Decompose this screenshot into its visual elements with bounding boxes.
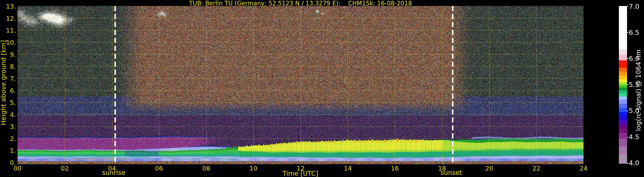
- x-tick-20: 20: [480, 164, 499, 172]
- ceilometer-quicklook: TUB: Berlin TU (Germany; 52.5123 N / 13.…: [0, 0, 644, 177]
- y-tick-13: 13.: [0, 2, 16, 11]
- x-tick-24: 24: [574, 164, 593, 172]
- y-tick-5: 5.: [0, 99, 16, 107]
- y-tick-2: 2.: [0, 135, 16, 143]
- heatmap-canvas: [0, 0, 644, 177]
- y-tick-12: 12.: [0, 14, 16, 23]
- x-tick-02: 02: [55, 164, 74, 172]
- cbar-tick-7.0: 7.0: [629, 2, 644, 11]
- sunrise-label: sunrise: [90, 169, 137, 176]
- y-tick-9: 9.: [0, 51, 16, 59]
- x-tick-00: 00: [8, 164, 27, 172]
- cbar-tick-4.5: 4.5: [629, 133, 644, 141]
- x-tick-10: 10: [244, 164, 263, 172]
- y-tick-11: 11.: [0, 27, 16, 35]
- x-tick-08: 08: [196, 164, 216, 172]
- y-tick-4: 4.: [0, 111, 16, 119]
- x-axis-label: Time [UTC]: [277, 170, 324, 177]
- y-tick-6: 6.: [0, 87, 16, 95]
- cbar-tick-6.5: 6.5: [629, 28, 644, 37]
- sunset-label: sunset: [428, 169, 475, 176]
- y-tick-1: 1.: [0, 146, 16, 155]
- y-tick-8: 8.: [0, 63, 16, 71]
- y-tick-7: 7.: [0, 75, 16, 83]
- x-tick-14: 14: [338, 164, 358, 172]
- y-tick-3: 3.: [0, 123, 16, 131]
- cbar-tick-4.0: 4.0: [629, 159, 644, 167]
- y-tick-10: 10.: [0, 39, 16, 47]
- colorbar-label: log(rc-signal) @ 1064 nm: [634, 49, 642, 131]
- page-title: TUB: Berlin TU (Germany; 52.5123 N / 13.…: [18, 0, 584, 7]
- x-tick-22: 22: [527, 164, 546, 172]
- x-tick-06: 06: [149, 164, 169, 172]
- x-tick-16: 16: [385, 164, 404, 172]
